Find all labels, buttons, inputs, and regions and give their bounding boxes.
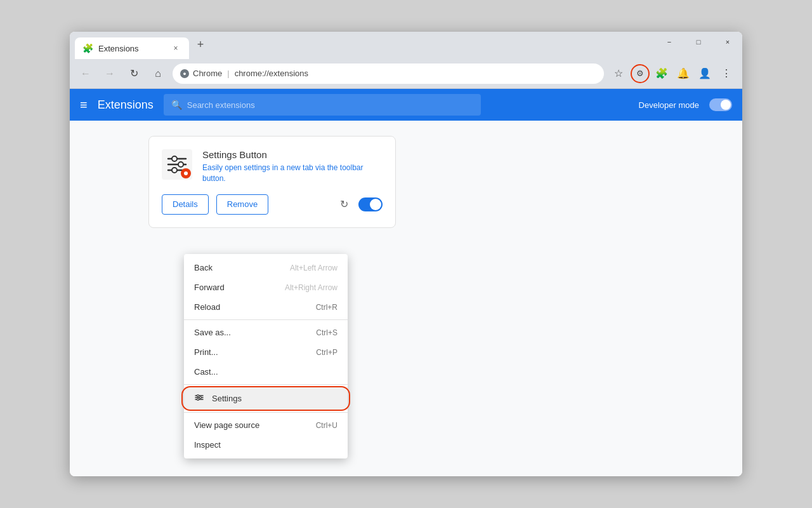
svg-point-8 <box>184 171 188 175</box>
context-menu-inspect[interactable]: Inspect <box>184 435 348 455</box>
search-extensions[interactable]: 🔍 <box>164 94 481 116</box>
address-bar[interactable]: ● Chrome | chrome://extensions <box>173 64 604 84</box>
ctx-saveas-shortcut: Ctrl+S <box>316 328 337 337</box>
bookmark-button[interactable]: ☆ <box>609 64 628 83</box>
ctx-saveas-label: Save as... <box>194 328 308 337</box>
browser-window: 🧩 Extensions × + − □ × ← → ↻ ⌂ ● Chrome … <box>70 32 742 476</box>
ctx-cast-label: Cast... <box>194 367 330 377</box>
extension-logo <box>162 149 192 180</box>
title-bar: 🧩 Extensions × + − □ × <box>70 32 742 58</box>
forward-button[interactable]: → <box>100 64 119 83</box>
context-menu-save-as[interactable]: Save as... Ctrl+S <box>184 323 348 342</box>
svg-point-12 <box>197 395 199 397</box>
svg-point-13 <box>200 397 202 399</box>
card-header: Settings Button Easily open settings in … <box>162 149 383 184</box>
settings-button-logo-svg <box>162 149 192 180</box>
tab-title: Extensions <box>98 44 165 53</box>
developer-mode-toggle[interactable] <box>709 98 732 111</box>
svg-point-14 <box>197 399 199 401</box>
header-title: Extensions <box>98 98 154 112</box>
ctx-settings-label: Settings <box>212 394 337 403</box>
search-icon: 🔍 <box>171 100 182 110</box>
ctx-divider-1 <box>184 319 348 320</box>
extension-name: Settings Button <box>202 149 383 160</box>
nav-bar: ← → ↻ ⌂ ● Chrome | chrome://extensions ☆… <box>70 58 742 89</box>
extension-enable-toggle[interactable] <box>358 197 383 211</box>
security-icon: ● <box>180 69 189 78</box>
remove-button[interactable]: Remove <box>216 194 268 215</box>
ctx-reload-shortcut: Ctrl+R <box>316 303 337 312</box>
reload-button[interactable]: ↻ <box>124 64 143 83</box>
context-menu-settings[interactable]: Settings <box>184 387 348 410</box>
more-button[interactable]: ⋮ <box>717 64 736 83</box>
card-actions: Details Remove ↻ <box>162 194 383 215</box>
address-url: chrome://extensions <box>235 69 308 78</box>
tab-extensions-icon: 🧩 <box>82 43 93 53</box>
ctx-divider-2 <box>184 384 348 385</box>
context-menu-forward[interactable]: Forward Alt+Right Arrow <box>184 277 348 297</box>
header-menu-icon[interactable]: ≡ <box>80 98 88 112</box>
context-menu-back[interactable]: Back Alt+Left Arrow <box>184 258 348 277</box>
context-menu-view-source[interactable]: View page source Ctrl+U <box>184 415 348 435</box>
context-menu-cast[interactable]: Cast... <box>184 362 348 382</box>
svg-point-5 <box>178 162 183 167</box>
ctx-viewsource-label: View page source <box>194 420 308 430</box>
ctx-viewsource-shortcut: Ctrl+U <box>316 421 337 430</box>
site-name: Chrome <box>193 69 222 78</box>
context-menu: Back Alt+Left Arrow Forward Alt+Right Ar… <box>184 254 348 458</box>
active-tab[interactable]: 🧩 Extensions × <box>75 37 189 59</box>
svg-point-4 <box>172 156 177 161</box>
details-button[interactable]: Details <box>162 194 209 215</box>
ctx-print-shortcut: Ctrl+P <box>316 348 337 357</box>
ctx-print-label: Print... <box>194 347 308 357</box>
ext-toggle-knob <box>370 199 381 210</box>
svg-point-6 <box>172 168 177 173</box>
window-controls: − □ × <box>655 32 742 52</box>
ctx-settings-icon <box>194 392 204 404</box>
minimize-button[interactable]: − <box>655 32 684 52</box>
ctx-back-label: Back <box>194 263 282 272</box>
toolbar-icons: ☆ ⚙︎ 🧩 🔔 👤 ⋮ <box>609 64 736 83</box>
settings-button-extension-icon[interactable]: ⚙︎ <box>631 64 650 83</box>
extension-description: Easily open settings in a new tab via th… <box>202 163 383 184</box>
toggle-knob <box>721 100 731 110</box>
context-menu-reload[interactable]: Reload Ctrl+R <box>184 297 348 317</box>
search-input[interactable] <box>187 100 473 110</box>
back-button[interactable]: ← <box>76 64 95 83</box>
close-button[interactable]: × <box>713 32 742 52</box>
extension-card: Settings Button Easily open settings in … <box>148 136 396 228</box>
context-menu-print[interactable]: Print... Ctrl+P <box>184 342 348 362</box>
ctx-forward-label: Forward <box>194 283 277 292</box>
ctx-back-shortcut: Alt+Left Arrow <box>290 264 337 272</box>
bell-button[interactable]: 🔔 <box>674 64 693 83</box>
new-tab-button[interactable]: + <box>192 36 209 53</box>
reload-extension-icon[interactable]: ↻ <box>340 198 348 210</box>
profile-button[interactable]: 👤 <box>695 64 714 83</box>
developer-mode-label: Developer mode <box>639 100 699 110</box>
extensions-header: ≡ Extensions 🔍 Developer mode <box>70 89 742 121</box>
home-button[interactable]: ⌂ <box>148 64 167 83</box>
ctx-inspect-label: Inspect <box>194 440 330 450</box>
address-separator: | <box>227 69 229 78</box>
extensions-puzzle-button[interactable]: 🧩 <box>652 64 671 83</box>
ctx-reload-label: Reload <box>194 302 308 312</box>
ctx-divider-3 <box>184 412 348 413</box>
maximize-button[interactable]: □ <box>684 32 713 52</box>
extension-info: Settings Button Easily open settings in … <box>202 149 383 184</box>
extensions-content: Settings Button Easily open settings in … <box>70 121 742 476</box>
tab-close-button[interactable]: × <box>170 43 181 54</box>
ctx-forward-shortcut: Alt+Right Arrow <box>285 283 337 292</box>
